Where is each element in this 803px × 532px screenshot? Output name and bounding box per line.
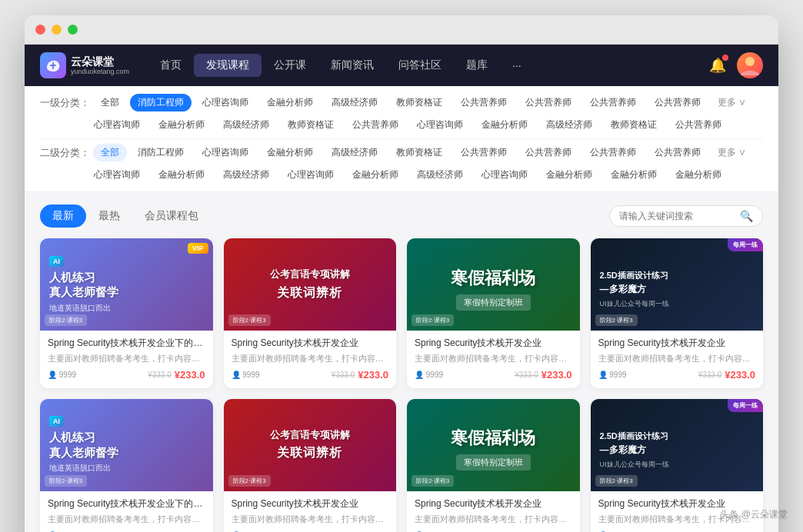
cat2s-econ2[interactable]: 高级经济师 xyxy=(409,166,471,184)
card-main-text-7a: 寒假福利场 xyxy=(416,427,571,450)
card-main-text-6: 公考言语专项讲解 关联词辨析 xyxy=(233,427,388,463)
nav-news[interactable]: 新闻资讯 xyxy=(318,54,386,77)
cat1s-econ2[interactable]: 高级经济师 xyxy=(538,116,600,134)
nav-open[interactable]: 公开课 xyxy=(262,54,318,77)
watermark-platform: 头条 xyxy=(720,508,738,521)
cat2s-finance5[interactable]: 金融分析师 xyxy=(668,166,729,184)
stage-tag-4: 阶段2·课程3 xyxy=(595,314,638,326)
search-input[interactable] xyxy=(619,211,735,221)
level2-more-btn[interactable]: 更多 ∨ xyxy=(711,144,752,161)
card-meta-5: 👤 9999 ¥333.0 ¥233.0 xyxy=(48,530,205,532)
card-desc-5: 主要面对教师招聘备考考生，打卡内容包括... xyxy=(48,514,205,525)
cat1s-finance[interactable]: 金融分析师 xyxy=(151,116,212,134)
cat2-finance[interactable]: 金融分析师 xyxy=(259,144,321,161)
cat1-firefighter[interactable]: 消防工程师 xyxy=(130,94,192,111)
price-area-4: ¥333.0 ¥233.0 xyxy=(698,369,755,381)
course-card-5[interactable]: AI 人机练习真人老师督学 地道英语脱口而出 阶段2·课程3 Spring Se… xyxy=(40,399,213,532)
cat1s-nutrition2[interactable]: 公共营养师 xyxy=(668,116,729,134)
cat2-psych[interactable]: 心理咨询师 xyxy=(195,144,256,161)
card-meta-8: 👤 9999 ¥333.0 ¥233.0 xyxy=(598,530,756,532)
level1-more-btn[interactable]: 更多 ∨ xyxy=(711,94,752,111)
card-desc-3: 主要面对教师招聘备考考生，打卡内容包括... xyxy=(415,353,572,364)
course-card-2[interactable]: 公考言语专项讲解 关联词辨析 阶段2·课程3 Spring Security技术… xyxy=(224,238,397,388)
logo-area[interactable]: 云朵课堂 yunduoketang.com xyxy=(40,52,132,78)
cat1s-teacher2[interactable]: 教师资格证 xyxy=(603,116,665,134)
course-card-6[interactable]: 公考言语专项讲解 关联词辨析 阶段2·课程3 Spring Security技术… xyxy=(224,399,397,532)
course-card-4[interactable]: 每周一练 2.5D插画设计练习 —多彩魔方 UI妹儿公众号每周一练 阶段2·课程… xyxy=(591,238,764,388)
card-meta-6: 👤 9999 ¥333.0 ¥233.0 xyxy=(232,530,389,532)
logo-icon xyxy=(40,52,66,78)
card-info-5: Spring Security技术栈开发企业下的交... 主要面对教师招聘备考考… xyxy=(40,491,213,532)
cat2-econ[interactable]: 高级经济师 xyxy=(324,144,385,161)
nav-exam[interactable]: 题库 xyxy=(454,54,500,77)
cat1s-psych[interactable]: 心理咨询师 xyxy=(86,116,148,134)
cat1-teacher[interactable]: 教师资格证 xyxy=(388,94,450,111)
card-image-1: VIP AI 人机练习真人老师督学 地道英语脱口而出 阶段2·课程3 xyxy=(40,238,213,331)
cat2-nutrition3[interactable]: 公共营养师 xyxy=(582,144,644,161)
search-icon[interactable]: 🔍 xyxy=(740,210,753,222)
cat1-nutrition2[interactable]: 公共营养师 xyxy=(518,94,579,111)
cat2s-finance2[interactable]: 金融分析师 xyxy=(345,166,406,184)
cat2-nutrition2[interactable]: 公共营养师 xyxy=(518,144,579,161)
cat1-all[interactable]: 全部 xyxy=(93,94,127,111)
nav-discover[interactable]: 发现课程 xyxy=(194,54,262,77)
card-main-text-8: 2.5D插画设计练习 —多彩魔方 xyxy=(600,430,668,457)
logo-name: 云朵课堂 xyxy=(71,55,129,68)
cat2-nutrition4[interactable]: 公共营养师 xyxy=(647,144,708,161)
card-meta-4: 👤 9999 ¥333.0 ¥233.0 xyxy=(598,369,756,381)
cat1-finance[interactable]: 金融分析师 xyxy=(259,94,321,111)
price-area-2: ¥333.0 ¥233.0 xyxy=(332,369,388,381)
course-card-3[interactable]: 寒假福利场 寒假特别定制班 阶段2·课程3 Spring Security技术栈… xyxy=(407,238,580,388)
tab-member[interactable]: 会员课程包 xyxy=(132,204,211,228)
cat2-teacher[interactable]: 教师资格证 xyxy=(388,144,450,161)
cat2s-psych[interactable]: 心理咨询师 xyxy=(86,166,148,184)
cat2s-econ[interactable]: 高级经济师 xyxy=(215,166,277,184)
cat1-nutrition1[interactable]: 公共营养师 xyxy=(453,94,515,111)
cat1-nutrition3[interactable]: 公共营养师 xyxy=(582,94,644,111)
original-price-1: ¥333.0 xyxy=(148,371,172,379)
cat1s-nutrition[interactable]: 公共营养师 xyxy=(345,116,406,134)
user-avatar[interactable] xyxy=(737,52,763,78)
course-card-7[interactable]: 寒假福利场 寒假特别定制班 阶段2·课程3 Spring Security技术栈… xyxy=(407,399,580,532)
cat2-firefighter[interactable]: 消防工程师 xyxy=(130,144,192,161)
cat1s-psych2[interactable]: 心理咨询师 xyxy=(409,116,471,134)
stage-tag-8: 阶段2·课程3 xyxy=(595,475,638,487)
cat1s-econ[interactable]: 高级经济师 xyxy=(215,116,277,134)
course-card-1[interactable]: VIP AI 人机练习真人老师督学 地道英语脱口而出 阶段2·课程3 Sprin… xyxy=(40,238,213,388)
course-grid: VIP AI 人机练习真人老师督学 地道英语脱口而出 阶段2·课程3 Sprin… xyxy=(40,238,763,532)
svg-point-0 xyxy=(745,57,755,66)
cat2-nutrition1[interactable]: 公共营养师 xyxy=(453,144,515,161)
cat1s-finance2[interactable]: 金融分析师 xyxy=(474,116,535,134)
ai-badge-5: AI xyxy=(49,416,64,427)
price-area-5: ¥333.0 ¥233.0 xyxy=(148,530,205,532)
stage-tag-5: 阶段2·课程3 xyxy=(45,475,87,487)
nav-home[interactable]: 首页 xyxy=(148,54,194,77)
minimize-button[interactable] xyxy=(52,25,62,35)
cat2-all[interactable]: 全部 xyxy=(93,144,127,161)
notification-bell[interactable]: 🔔 xyxy=(709,57,726,74)
cat2s-finance4[interactable]: 金融分析师 xyxy=(603,166,665,184)
card-meta-2: 👤 9999 ¥333.0 ¥233.0 xyxy=(232,369,389,381)
tab-newest[interactable]: 最新 xyxy=(40,204,86,228)
cat1-nutrition4[interactable]: 公共营养师 xyxy=(647,94,708,111)
navbar: 云朵课堂 yunduoketang.com 首页 发现课程 公开课 新闻资讯 问… xyxy=(25,45,778,86)
close-button[interactable] xyxy=(35,25,45,35)
cat1s-teacher[interactable]: 教师资格证 xyxy=(280,116,342,134)
cat2s-finance3[interactable]: 金融分析师 xyxy=(538,166,600,184)
level2-category-row: 二级分类： 全部 消防工程师 心理咨询师 金融分析师 高级经济师 教师资格证 公… xyxy=(40,144,763,161)
nav-qa[interactable]: 问答社区 xyxy=(386,54,454,77)
cat2s-psych2[interactable]: 心理咨询师 xyxy=(280,166,342,184)
logo-text-block: 云朵课堂 yunduoketang.com xyxy=(71,55,129,76)
cat2s-finance[interactable]: 金融分析师 xyxy=(151,166,212,184)
cat1-psych[interactable]: 心理咨询师 xyxy=(195,94,256,111)
tab-hottest[interactable]: 最热 xyxy=(86,204,132,228)
card-meta-1: 👤 9999 ¥333.0 ¥233.0 xyxy=(48,369,205,381)
nav-more[interactable]: ··· xyxy=(500,55,534,76)
maximize-button[interactable] xyxy=(68,25,78,35)
card-desc-4: 主要面对教师招聘备考考生，打卡内容包括... xyxy=(598,353,756,364)
card-main-text-5: 人机练习真人老师督学 xyxy=(49,430,118,460)
card-image-7: 寒假福利场 寒假特别定制班 阶段2·课程3 xyxy=(407,399,580,491)
cat2s-psych3[interactable]: 心理咨询师 xyxy=(474,166,535,184)
card-meta-7: 👤 9999 ¥333.0 ¥233.0 xyxy=(415,530,572,532)
cat1-econ[interactable]: 高级经济师 xyxy=(324,94,385,111)
